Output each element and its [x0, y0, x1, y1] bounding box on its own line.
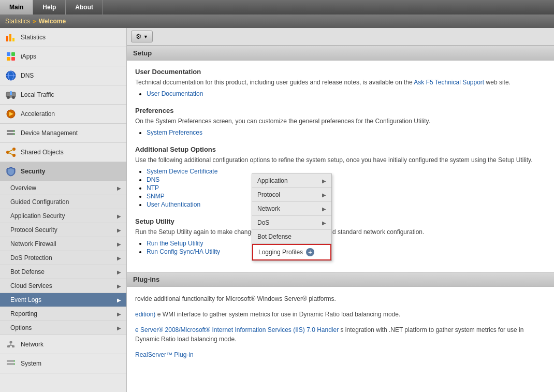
setup-utility-text: Run the Setup Utility again to make chan…	[135, 227, 546, 237]
submenu-logging-profiles[interactable]: Logging Profiles +	[252, 244, 331, 260]
setup-utility-section: Setup Utility Run the Setup Utility agai…	[135, 217, 546, 255]
sidebar-item-protocol-security[interactable]: Protocol Security ▶	[0, 223, 126, 237]
user-doc-link[interactable]: User Documentation	[147, 90, 203, 97]
preferences-section: Preferences On the System Preferences sc…	[135, 107, 546, 136]
tab-help[interactable]: Help	[33, 0, 66, 14]
snmp-link[interactable]: SNMP	[147, 193, 165, 200]
ntp-link[interactable]: NTP	[147, 184, 159, 192]
sidebar-item-options[interactable]: Options ▶	[0, 321, 126, 335]
preferences-title: Preferences	[135, 107, 546, 114]
network-icon	[5, 339, 17, 350]
sidebar-item-acceleration[interactable]: Acceleration	[0, 105, 126, 124]
svg-line-23	[8, 149, 14, 152]
breadcrumb-current: Welcome	[39, 18, 66, 25]
sidebar-item-localtraffic-label: Local Traffic	[21, 91, 54, 98]
submenu-protocol[interactable]: Protocol ▶	[252, 188, 331, 202]
guided-config-label: Guided Configuration	[10, 198, 69, 206]
sidebar-item-guided-config[interactable]: Guided Configuration	[0, 195, 126, 209]
protocol-security-arrow: ▶	[117, 227, 121, 233]
plugin-iis-link[interactable]: e Server® 2008/Microsoft® Internet Infor…	[135, 326, 339, 333]
svg-rect-0	[6, 36, 8, 41]
top-bar: Main Help About	[0, 0, 554, 14]
submenu-application-arrow: ▶	[322, 178, 326, 184]
reporting-arrow: ▶	[117, 311, 121, 317]
preferences-text: On the System Preferences screen, you ca…	[135, 117, 546, 126]
tab-help-label: Help	[42, 4, 56, 11]
svg-point-12	[12, 96, 15, 99]
svg-rect-5	[7, 57, 10, 61]
sidebar-item-devicemgmt-label: Device Management	[21, 129, 78, 137]
system-icon	[5, 358, 17, 369]
user-doc-text: Technical documentation for this product…	[135, 78, 546, 87]
submenu-bot-defense[interactable]: Bot Defense	[252, 230, 331, 244]
sidebar-item-security[interactable]: Security	[0, 162, 126, 181]
sidebar-item-dos-protection[interactable]: DoS Protection ▶	[0, 251, 126, 265]
sidebar-item-localtraffic[interactable]: Local Traffic	[0, 85, 126, 105]
network-firewall-arrow: ▶	[117, 241, 121, 247]
sidebar-item-overview[interactable]: Overview ▶	[0, 181, 126, 195]
submenu-protocol-arrow: ▶	[322, 192, 326, 198]
run-setup-link[interactable]: Run the Setup Utility	[147, 240, 203, 247]
plugin-edition-link[interactable]: edition)	[135, 311, 155, 318]
submenu-application-label: Application	[257, 177, 288, 184]
sidebar-item-network-label: Network	[21, 341, 43, 348]
app-security-arrow: ▶	[117, 213, 121, 219]
sidebar-item-sharedobjects[interactable]: Shared Objects	[0, 143, 126, 162]
dropdown-arrow-icon: ▼	[143, 34, 148, 39]
dos-protection-arrow: ▶	[117, 255, 121, 261]
sys-device-cert-link[interactable]: System Device Certificate	[147, 168, 217, 175]
svg-rect-4	[11, 52, 15, 56]
sidebar-item-app-security[interactable]: Application Security ▶	[0, 209, 126, 223]
sidebar-item-network[interactable]: Network	[0, 335, 126, 354]
sidebar-item-network-firewall[interactable]: Network Firewall ▶	[0, 237, 126, 251]
sidebar-item-statistics[interactable]: Statistics	[0, 28, 126, 47]
additional-setup-section: Additional Setup Options Use the followi…	[135, 146, 546, 208]
ask-f5-link[interactable]: Ask F5 Technical Support	[414, 79, 484, 86]
cloud-services-arrow: ▶	[117, 283, 121, 289]
sidebar-item-iapps-label: iApps	[21, 53, 36, 60]
submenu-network[interactable]: Network ▶	[252, 202, 331, 216]
reporting-label: Reporting	[10, 310, 37, 317]
sidebar-item-dns-label: DNS	[21, 72, 34, 79]
submenu-application[interactable]: Application ▶	[252, 174, 331, 188]
dns-link[interactable]: DNS	[147, 176, 159, 183]
setup-section-title: Setup	[133, 49, 152, 57]
plugins-section-header: Plug-ins	[127, 272, 554, 287]
user-auth-link[interactable]: User Authentication	[147, 201, 200, 208]
sidebar-item-devicemgmt[interactable]: Device Management	[0, 124, 126, 143]
svg-rect-13	[10, 91, 12, 95]
submenu-dos-label: DoS	[257, 219, 269, 226]
tab-main[interactable]: Main	[0, 0, 33, 14]
options-label: Options	[10, 324, 32, 331]
options-arrow: ▶	[117, 325, 121, 331]
security-icon	[5, 166, 17, 177]
system-prefs-link[interactable]: System Preferences	[147, 129, 202, 136]
sidebar-item-system[interactable]: System	[0, 354, 126, 373]
sidebar-item-dns[interactable]: DNS	[0, 66, 126, 85]
breadcrumb-parent[interactable]: Statistics	[5, 18, 30, 25]
breadcrumb-separator: »	[33, 18, 36, 25]
plus-icon: +	[306, 248, 314, 256]
protocol-security-label: Protocol Security	[10, 226, 57, 234]
setup-utility-title: Setup Utility	[135, 217, 546, 225]
statistics-icon	[5, 32, 17, 43]
run-config-sync-link[interactable]: Run Config Sync/HA Utility	[147, 248, 220, 255]
plugin-realserver-link[interactable]: RealServer™ Plug-in	[135, 351, 194, 358]
sidebar-item-iapps[interactable]: iApps	[0, 47, 126, 66]
app-security-label: Application Security	[10, 212, 65, 220]
acceleration-icon	[5, 108, 17, 120]
sidebar-item-event-logs[interactable]: Event Logs ▶	[0, 293, 126, 307]
dos-protection-label: DoS Protection	[10, 254, 52, 262]
sidebar-item-cloud-services[interactable]: Cloud Services ▶	[0, 279, 126, 293]
submenu-network-label: Network	[257, 205, 280, 212]
submenu-bot-defense-label: Bot Defense	[257, 233, 291, 240]
tab-main-label: Main	[9, 4, 23, 11]
tab-about[interactable]: About	[66, 0, 103, 14]
svg-rect-27	[10, 341, 12, 343]
sidebar-item-reporting[interactable]: Reporting ▶	[0, 307, 126, 321]
bot-defense-label: Bot Defense	[10, 268, 45, 275]
sidebar-item-sharedobjects-label: Shared Objects	[21, 149, 64, 156]
gear-button[interactable]: ⚙ ▼	[131, 31, 153, 42]
sidebar-item-bot-defense[interactable]: Bot Defense ▶	[0, 265, 126, 279]
submenu-dos[interactable]: DoS ▶	[252, 216, 331, 230]
